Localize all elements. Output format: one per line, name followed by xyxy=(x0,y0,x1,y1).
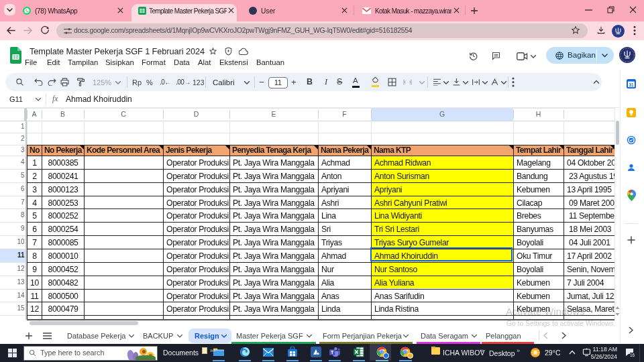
svg-text:31: 31 xyxy=(629,82,634,87)
svg-text:16: 16 xyxy=(630,353,635,357)
